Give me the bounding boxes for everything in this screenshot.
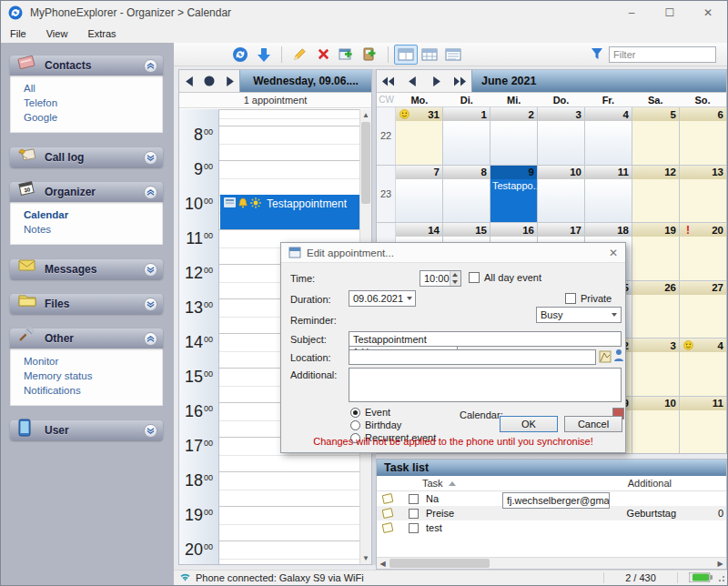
task-checkbox[interactable] (409, 523, 419, 533)
day-cell-5[interactable]: 5 (632, 107, 680, 165)
previous-year-button[interactable] (377, 70, 400, 92)
day-slot[interactable] (219, 126, 359, 160)
day-cell-19[interactable]: 19 (632, 223, 680, 280)
day-slot[interactable] (219, 506, 359, 541)
appointment-block[interactable]: Testappointment (220, 195, 359, 229)
sidebar-item-telefon[interactable]: Telefon (24, 96, 162, 110)
time-spinner[interactable]: 10:00 (420, 270, 461, 287)
scrollbar-thumb[interactable] (361, 122, 370, 204)
task-row[interactable]: test (377, 520, 726, 535)
busy-dropdown[interactable]: Busy (536, 307, 622, 323)
sidebar-item-monitor[interactable]: Monitor (24, 354, 162, 369)
spin-down-icon[interactable] (450, 278, 460, 286)
day-view-date-header[interactable]: Wednesday, 09.06.... (239, 70, 371, 92)
minimize-button[interactable]: – (612, 1, 651, 25)
day-slot[interactable] (219, 109, 359, 126)
day-cell-26[interactable]: 26 (632, 281, 680, 338)
collapse-chevron-icon[interactable] (144, 186, 157, 199)
day-cell-12[interactable]: 12 (632, 166, 680, 223)
day-slot[interactable] (219, 471, 359, 506)
sidebar-header-user[interactable]: User (10, 420, 163, 440)
day-cell-7[interactable]: 7 (396, 166, 443, 223)
resize-grip[interactable] (716, 573, 725, 582)
view-list-button[interactable] (441, 45, 465, 65)
delete-button[interactable] (311, 45, 335, 65)
day-cell-11[interactable]: 11 (680, 397, 726, 454)
sidebar-header-contacts[interactable]: Contacts (10, 56, 163, 76)
day-cell-6[interactable]: 6 (680, 107, 726, 165)
menu-file[interactable]: File (8, 26, 28, 41)
dialog-title-bar[interactable]: Edit appointment... ✕ (281, 243, 625, 263)
private-checkbox[interactable] (565, 293, 576, 304)
filter-input[interactable] (609, 46, 716, 63)
today-button[interactable] (199, 70, 219, 92)
day-cell-9[interactable]: 9Testappo... (490, 166, 538, 223)
month-title[interactable]: June 2021 (471, 70, 726, 92)
task-column-header[interactable]: Task (422, 478, 456, 489)
day-cell-3[interactable]: 3 (538, 107, 585, 165)
expand-chevron-icon[interactable] (144, 424, 157, 438)
subject-input[interactable]: Testappointment (349, 331, 622, 347)
day-slot[interactable] (219, 541, 359, 564)
sidebar-header-organizer[interactable]: 30Organizer (10, 182, 163, 202)
sidebar-item-memory-status[interactable]: Memory status (24, 369, 162, 383)
cancel-button[interactable]: Cancel (564, 416, 622, 432)
sidebar-header-other[interactable]: Other (10, 328, 163, 349)
day-cell-31[interactable]: 31 (396, 107, 443, 165)
maximize-button[interactable]: ☐ (651, 1, 689, 25)
location-map-icon[interactable] (599, 349, 612, 365)
date-dropdown[interactable]: 09.06.2021 (349, 290, 416, 307)
menu-extras[interactable]: Extras (86, 26, 117, 41)
next-month-button[interactable] (424, 70, 448, 92)
day-slot[interactable] (219, 160, 359, 195)
radio-birthday[interactable] (350, 420, 360, 430)
day-cell-10[interactable]: 10 (538, 166, 585, 223)
new-appointment-button[interactable] (335, 45, 359, 65)
sidebar-item-calendar[interactable]: Calendar (24, 207, 162, 222)
collapse-chevron-icon[interactable] (144, 332, 157, 346)
download-button[interactable] (252, 45, 276, 65)
expand-chevron-icon[interactable] (144, 263, 157, 277)
next-year-button[interactable] (448, 70, 471, 92)
day-cell-11[interactable]: 11 (585, 166, 632, 223)
menu-view[interactable]: View (45, 26, 70, 41)
scroll-up-icon[interactable]: ▲ (360, 109, 371, 121)
sidebar-item-google[interactable]: Google (24, 110, 162, 125)
day-cell-27[interactable]: 27 (680, 281, 726, 338)
task-list-hscrollbar[interactable]: ◀ ▶ (377, 557, 726, 569)
sidebar-header-files[interactable]: Files (10, 294, 163, 314)
hscrollbar-thumb[interactable] (389, 559, 490, 568)
day-cell-4[interactable]: 4 (585, 107, 632, 165)
sidebar-item-notifications[interactable]: Notifications (24, 383, 162, 398)
additional-textarea[interactable] (349, 368, 622, 402)
next-day-button[interactable] (219, 70, 239, 92)
day-cell-8[interactable]: 8 (443, 166, 490, 223)
day-cell-10[interactable]: 10 (632, 397, 680, 454)
day-cell-20[interactable]: !20 (680, 223, 726, 280)
expand-chevron-icon[interactable] (144, 151, 157, 165)
location-input[interactable] (349, 349, 596, 365)
task-checkbox[interactable] (409, 509, 419, 519)
import-button[interactable] (359, 45, 382, 65)
previous-month-button[interactable] (400, 70, 424, 92)
collapse-chevron-icon[interactable] (144, 59, 157, 73)
expand-chevron-icon[interactable] (144, 298, 157, 311)
sidebar-header-calllog[interactable]: Call log (10, 147, 163, 167)
additional-column-header[interactable]: Additional (628, 478, 672, 489)
day-cell-3[interactable]: 3 (632, 338, 680, 396)
location-contact-icon[interactable] (613, 349, 624, 364)
sidebar-item-notes[interactable]: Notes (24, 222, 162, 237)
day-cell-1[interactable]: 1 (443, 107, 490, 165)
previous-day-button[interactable] (179, 70, 199, 92)
day-cell-13[interactable]: 13 (680, 166, 726, 223)
dialog-close-icon[interactable]: ✕ (609, 247, 618, 259)
view-month-button[interactable] (418, 45, 441, 65)
sync-button[interactable] (228, 45, 252, 65)
scroll-right-icon[interactable]: ▶ (714, 558, 726, 569)
scroll-left-icon[interactable]: ◀ (377, 558, 389, 569)
task-checkbox[interactable] (409, 494, 419, 504)
day-cell-4[interactable]: 4 (680, 338, 726, 396)
ok-button[interactable]: OK (500, 416, 558, 432)
scroll-down-icon[interactable]: ▼ (360, 552, 371, 564)
calendar-dropdown[interactable]: fj.wechselberger@gmail (502, 492, 610, 509)
